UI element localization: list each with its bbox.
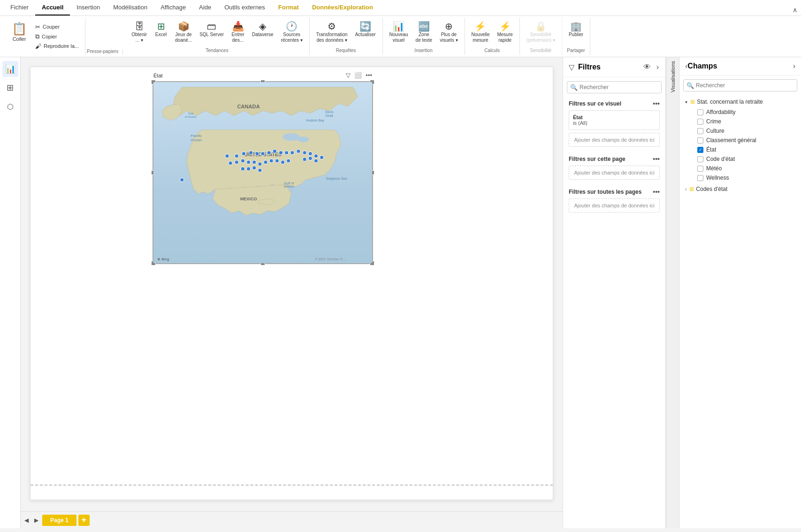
map-dot-34: [258, 168, 262, 172]
fields-tree: ▾ ⊞ Stat. concernant la retraite Afforda…: [679, 95, 801, 528]
ribbon-collapse-btn[interactable]: ∧: [789, 4, 801, 15]
checkbox-wellness[interactable]: [697, 175, 703, 181]
tree-group-stat-label: Stat. concernant la retraite: [697, 99, 763, 105]
map-container: CANADA UNITED STATES MEXICO Pacific Ocea…: [153, 82, 372, 263]
tree-item-culture[interactable]: Culture: [687, 126, 797, 136]
partager-items: 🏢 Publier: [566, 20, 586, 39]
map-dot-23: [264, 160, 267, 164]
checkbox-classement[interactable]: [697, 137, 703, 144]
sensibilite-group-label: Sensibilité: [530, 47, 552, 53]
transformation-button[interactable]: ⚙ Transformation des données ▾: [313, 20, 351, 45]
filter-visuel-empty[interactable]: Ajouter des champs de données ici: [569, 133, 660, 147]
checkbox-etat[interactable]: ✓: [697, 147, 703, 153]
filter-toutes-empty[interactable]: Ajouter des champs de données ici: [569, 198, 660, 213]
publier-icon: 🏢: [570, 22, 582, 31]
filters-search-input[interactable]: [567, 81, 662, 93]
publier-button[interactable]: 🏢 Publier: [566, 20, 586, 39]
plus-visuels-button[interactable]: ⊕ Plus de visuels ▾: [437, 20, 460, 45]
fields-panel: ‹ Champs › 🔍 ▾ ⊞ Stat. concernant la ret…: [679, 57, 801, 528]
page-nav-prev[interactable]: ◀: [23, 516, 31, 524]
visual-more-btn[interactable]: •••: [366, 72, 372, 79]
jeux-donnees-button[interactable]: 📦 Jeux de doané...: [172, 20, 195, 45]
visual-expand-btn[interactable]: ⬜: [354, 72, 362, 79]
obtenir-button[interactable]: 🗄 Obtenir ... ▾: [129, 20, 150, 45]
map-dot-17: [229, 161, 232, 165]
filter-section-page-more[interactable]: •••: [653, 155, 660, 163]
sensibilite-button[interactable]: 🔒 Sensibilité (préversion) ▾: [524, 20, 558, 45]
tab-insertion[interactable]: Insertion: [70, 0, 107, 15]
tab-fichier[interactable]: Fichier: [4, 0, 35, 15]
tree-item-classement[interactable]: Classement général: [687, 136, 797, 145]
filter-page-empty[interactable]: Ajouter des champs de données ici: [569, 166, 660, 180]
sources-icon: 🕐: [286, 22, 298, 31]
filters-header: ▽ Filtres 👁 ›: [563, 57, 665, 77]
entrer-button[interactable]: 📥 Entrer des...: [229, 20, 247, 45]
couper-button[interactable]: ✂ Couper: [33, 23, 81, 31]
tab-outils[interactable]: Outils externes: [218, 0, 272, 15]
add-page-button[interactable]: +: [78, 515, 90, 526]
tree-item-etat[interactable]: ✓ État: [687, 145, 797, 154]
tab-format[interactable]: Format: [272, 0, 305, 15]
filters-forward-btn[interactable]: ›: [656, 62, 660, 72]
nouveau-visuel-icon: 📊: [393, 22, 404, 31]
filter-section-toutes-more[interactable]: •••: [653, 188, 660, 196]
page-tab-1[interactable]: Page 1: [42, 515, 76, 526]
gulf-alaska-label: Gulf: [188, 112, 193, 115]
tree-item-crime[interactable]: Crime: [687, 117, 797, 126]
map-dot-4: [249, 151, 253, 154]
visualizations-sidebar: Visualisations: [666, 57, 679, 528]
davis-strait2-label: Strait: [326, 114, 334, 118]
ribbon-tabs-bar: Fichier Accueil Insertion Modélisation A…: [0, 0, 801, 16]
filter-card-etat[interactable]: État is (All): [569, 110, 660, 130]
mesure-rapide-button[interactable]: ⚡ Mesure rapide: [494, 20, 515, 45]
visual-filter-btn[interactable]: ▽: [346, 72, 351, 79]
reproduire-button[interactable]: 🖌 Reproduire la...: [33, 42, 81, 51]
tree-group-codes-header[interactable]: › ⊞ Codes d'état: [683, 184, 797, 194]
requetes-group: ⚙ Transformation des données ▾ 🔄 Actuali…: [310, 18, 383, 55]
tab-aide[interactable]: Aide: [192, 0, 218, 15]
checkbox-meteo[interactable]: [697, 166, 703, 172]
nouveau-visuel-button[interactable]: 📊 Nouveau visuel: [387, 20, 411, 45]
excel-button[interactable]: ⊞ Excel: [152, 20, 170, 39]
transformation-icon: ⚙: [328, 22, 336, 31]
filter-section-visuel-label: Filtres sur ce visuel: [569, 100, 621, 107]
tree-item-code-etat[interactable]: Code d'état: [687, 154, 797, 164]
insertion-items: 📊 Nouveau visuel 🔤 Zone de texte ⊕ Plus …: [387, 20, 461, 45]
tree-item-meteo[interactable]: Météo: [687, 164, 797, 173]
zone-texte-button[interactable]: 🔤 Zone de texte: [413, 20, 435, 45]
coller-button[interactable]: 📋 Coller: [8, 20, 31, 53]
tab-accueil[interactable]: Accueil: [35, 0, 70, 15]
checkbox-affordability[interactable]: [697, 109, 703, 115]
map-visual-container[interactable]: État ▽ ⬜ •••: [153, 81, 373, 264]
fields-search-icon: 🔍: [687, 82, 694, 89]
visualizations-label[interactable]: Visualisations: [670, 57, 676, 96]
fields-forward-btn[interactable]: ›: [793, 62, 795, 70]
map-dot-9: [279, 151, 282, 154]
dataverse-button[interactable]: ◈ Dataverse: [249, 20, 276, 39]
filters-eye-btn[interactable]: 👁: [642, 62, 652, 72]
map-dot-16: [320, 156, 324, 160]
checkbox-culture[interactable]: [697, 128, 703, 134]
fields-search-input[interactable]: [683, 79, 797, 91]
tree-item-affordability[interactable]: Affordability: [687, 107, 797, 117]
nouvelle-mesure-button[interactable]: ⚡ Nouvelle mesure: [469, 20, 493, 45]
checkbox-code-etat[interactable]: [697, 156, 703, 162]
tree-item-wellness[interactable]: Wellness: [687, 173, 797, 182]
insertion-group-label: Insertion: [414, 47, 432, 53]
tab-donnees[interactable]: Données/Exploration: [305, 0, 380, 15]
sidebar-donnees-btn[interactable]: ⊞: [2, 80, 18, 96]
tab-affichage[interactable]: Affichage: [154, 0, 192, 15]
map-dot-3: [242, 152, 245, 155]
tree-item-meteo-label: Météo: [706, 165, 722, 172]
sql-button[interactable]: 🗃 SQL Server: [197, 20, 227, 39]
sidebar-modele-btn[interactable]: ⬡: [2, 99, 18, 114]
tree-group-stat-header[interactable]: ▾ ⊞ Stat. concernant la retraite: [683, 97, 797, 106]
actualiser-button[interactable]: 🔄 Actualiser: [352, 20, 379, 39]
checkbox-crime[interactable]: [697, 119, 703, 125]
sidebar-rapport-btn[interactable]: 📊: [2, 61, 18, 77]
tab-modelisation[interactable]: Modélisation: [107, 0, 154, 15]
filter-section-visuel-more[interactable]: •••: [653, 100, 660, 107]
sources-button[interactable]: 🕐 Sources récentes ▾: [278, 20, 305, 45]
page-nav-next[interactable]: ▶: [32, 516, 40, 524]
copier-button[interactable]: ⧉ Copier: [33, 32, 81, 41]
